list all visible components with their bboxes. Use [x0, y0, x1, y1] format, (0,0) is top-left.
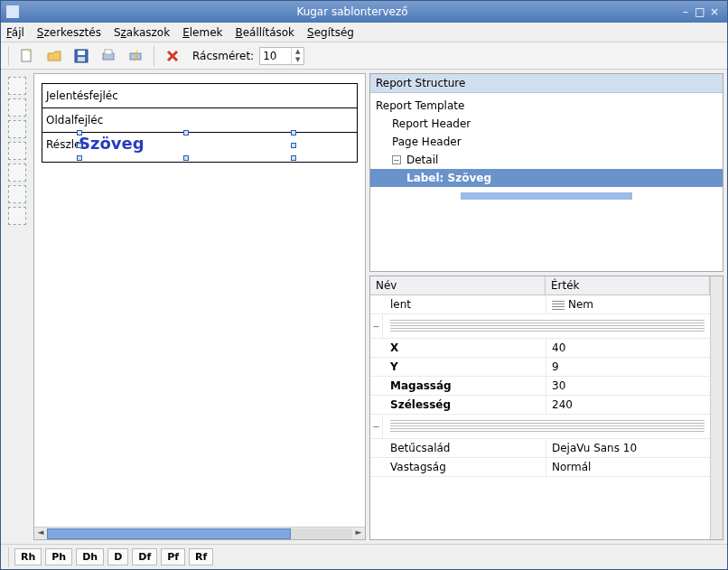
- resize-handle[interactable]: [291, 155, 296, 161]
- open-icon[interactable]: [43, 45, 65, 67]
- props-vscroll[interactable]: [710, 276, 723, 539]
- scroll-thumb[interactable]: [47, 528, 291, 539]
- resize-handle[interactable]: [77, 155, 82, 161]
- toolbar-sep2: [154, 46, 154, 66]
- structure-hscroll[interactable]: [461, 192, 632, 200]
- prop-row[interactable]: X40: [370, 339, 710, 358]
- main-area: Jelentésfejléc Oldalfejléc Részlet Szöve…: [1, 70, 727, 544]
- tree-collapse-icon[interactable]: −: [392, 155, 401, 164]
- menu-settings[interactable]: Beállítások: [235, 26, 294, 39]
- tool-calc-icon[interactable]: [8, 142, 26, 160]
- print-icon[interactable]: [98, 45, 119, 67]
- resize-handle[interactable]: [291, 143, 296, 148]
- menu-elements[interactable]: Elemek: [182, 26, 222, 39]
- props-header: Név Érték: [370, 276, 710, 295]
- tree-item-selected[interactable]: Label: Szöveg: [370, 169, 723, 187]
- svg-rect-2: [78, 51, 85, 55]
- scroll-left-icon[interactable]: ◄: [34, 528, 47, 540]
- section-detail[interactable]: Részlet Szöveg: [42, 132, 358, 163]
- delete-icon[interactable]: [162, 45, 183, 67]
- right-column: Report Structure Report Template Report …: [369, 73, 723, 540]
- tree-item[interactable]: Report Header: [370, 115, 723, 133]
- resize-handle[interactable]: [77, 130, 82, 135]
- resize-handle[interactable]: [183, 130, 189, 135]
- svg-rect-3: [78, 57, 85, 61]
- tool-line-icon[interactable]: [8, 185, 26, 203]
- structure-title: Report Structure: [370, 74, 723, 93]
- prop-row[interactable]: lentNem: [370, 295, 710, 314]
- section-tab-df[interactable]: Df: [132, 548, 157, 565]
- close-button[interactable]: ×: [707, 5, 722, 18]
- prop-row[interactable]: Magasság30: [370, 377, 710, 396]
- tree-item[interactable]: Page Header: [370, 133, 723, 151]
- menu-help[interactable]: Segítség: [307, 26, 354, 39]
- titlebar: Kugar sablontervező – □ ×: [1, 1, 727, 23]
- group-collapse-icon[interactable]: −: [370, 314, 383, 338]
- svg-rect-5: [105, 50, 112, 54]
- save-icon[interactable]: [70, 45, 92, 67]
- flash-print-icon[interactable]: [125, 45, 146, 67]
- section-page-header[interactable]: Oldalfejléc: [42, 107, 358, 133]
- window-title: Kugar sablontervező: [26, 5, 678, 18]
- tree-root[interactable]: Report Template: [370, 97, 723, 115]
- main-window: Kugar sablontervező – □ × Fájl Szerkeszt…: [0, 0, 728, 570]
- tool-field-icon[interactable]: [8, 120, 26, 138]
- section-tab-dh[interactable]: Dh: [76, 548, 104, 565]
- resize-handle[interactable]: [183, 155, 189, 161]
- toolbar-sep: [8, 46, 9, 66]
- minimize-button[interactable]: –: [678, 5, 693, 18]
- new-icon[interactable]: [16, 45, 38, 67]
- section-tab-pf[interactable]: Pf: [161, 548, 185, 565]
- resize-handle[interactable]: [77, 143, 82, 148]
- prop-row[interactable]: Y9: [370, 358, 710, 377]
- section-tab-d[interactable]: D: [107, 548, 128, 565]
- prop-row[interactable]: VastagságNormál: [370, 458, 710, 477]
- structure-panel: Report Structure Report Template Report …: [369, 73, 723, 272]
- props-body[interactable]: lentNem−X40Y9Magasság30Szélesség240−Betű…: [370, 295, 710, 477]
- grid-size-label: Rácsméret:: [192, 50, 254, 62]
- tree-item[interactable]: −Detail: [370, 151, 723, 169]
- grid-size-input[interactable]: [260, 50, 291, 62]
- tool-label-icon[interactable]: [8, 98, 26, 117]
- side-toolbar: [5, 73, 30, 540]
- group-collapse-icon[interactable]: −: [370, 415, 383, 438]
- grid-size-spinner[interactable]: ▲▼: [259, 47, 304, 65]
- label-element[interactable]: Szöveg: [79, 134, 145, 153]
- prop-row[interactable]: Szélesség240: [370, 396, 710, 415]
- section-tab-ph[interactable]: Ph: [45, 548, 72, 565]
- menubar: Fájl Szerkesztés Szakaszok Elemek Beállí…: [1, 23, 727, 42]
- prop-row[interactable]: BetűcsaládDejaVu Sans 10: [370, 439, 710, 458]
- section-tab-rf[interactable]: Rf: [189, 548, 213, 565]
- section-report-header[interactable]: Jelentésfejléc: [42, 83, 358, 108]
- tool-special-icon[interactable]: [8, 164, 26, 182]
- spin-up[interactable]: ▲: [292, 48, 303, 56]
- structure-tree[interactable]: Report Template Report Header Page Heade…: [370, 93, 723, 191]
- tool-shape-icon[interactable]: [8, 207, 26, 225]
- app-icon: [6, 5, 19, 18]
- resize-handle[interactable]: [291, 130, 296, 135]
- menu-sections[interactable]: Szakaszok: [114, 26, 170, 39]
- toolbar: Rácsméret: ▲▼: [1, 42, 727, 70]
- design-canvas[interactable]: Jelentésfejléc Oldalfejléc Részlet Szöve…: [34, 74, 365, 527]
- prop-group[interactable]: −: [370, 415, 710, 439]
- menu-file[interactable]: Fájl: [6, 26, 24, 39]
- scroll-right-icon[interactable]: ►: [352, 528, 365, 540]
- section-tab-rh[interactable]: Rh: [14, 548, 42, 565]
- canvas-hscroll[interactable]: ◄ ►: [34, 527, 365, 539]
- menu-edit[interactable]: Szerkesztés: [37, 26, 101, 39]
- bottom-tabbar: RhPhDhDDfPfRf: [1, 544, 727, 569]
- properties-panel: Név Érték lentNem−X40Y9Magasság30Széless…: [369, 276, 723, 540]
- maximize-button[interactable]: □: [693, 5, 707, 18]
- canvas-frame: Jelentésfejléc Oldalfejléc Részlet Szöve…: [33, 73, 366, 540]
- prop-group[interactable]: −: [370, 314, 710, 339]
- spin-down[interactable]: ▼: [292, 56, 303, 64]
- tool-select-icon[interactable]: [8, 77, 26, 95]
